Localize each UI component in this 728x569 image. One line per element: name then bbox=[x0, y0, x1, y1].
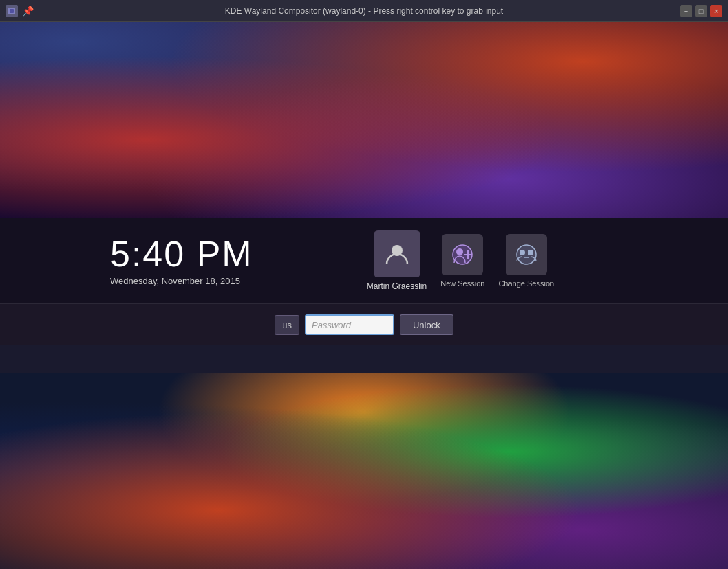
background-bottom bbox=[0, 373, 728, 569]
time-display: 5:40 PM bbox=[110, 236, 303, 272]
date-display: Wednesday, November 18, 2015 bbox=[110, 276, 303, 286]
background-top bbox=[0, 22, 728, 218]
svg-point-8 bbox=[520, 250, 525, 255]
titlebar: 📌 KDE Wayland Compositor (wayland-0) - P… bbox=[0, 0, 728, 22]
lock-upper: 5:40 PM Wednesday, November 18, 2015 Mar… bbox=[0, 218, 728, 304]
new-session-button[interactable] bbox=[442, 234, 483, 275]
new-session-wrapper: New Session bbox=[440, 234, 484, 288]
close-button[interactable]: × bbox=[710, 5, 722, 17]
svg-point-9 bbox=[528, 250, 533, 255]
svg-point-4 bbox=[456, 248, 463, 255]
window-title: KDE Wayland Compositor (wayland-0) - Pre… bbox=[225, 6, 503, 16]
lock-lower: us Unlock bbox=[0, 304, 728, 345]
lock-screen: 5:40 PM Wednesday, November 18, 2015 Mar… bbox=[0, 22, 728, 569]
unlock-button[interactable]: Unlock bbox=[400, 314, 453, 335]
change-session-label: Change Session bbox=[498, 279, 554, 288]
user-name-label: Martin Graesslin bbox=[367, 281, 427, 291]
username-badge: us bbox=[275, 315, 299, 335]
svg-point-7 bbox=[517, 245, 536, 264]
user-avatar[interactable] bbox=[374, 230, 420, 277]
change-session-button[interactable] bbox=[506, 234, 547, 275]
pin-icon[interactable]: 📌 bbox=[22, 6, 33, 17]
current-user-wrapper: Martin Graesslin bbox=[367, 230, 427, 291]
session-area: Martin Graesslin New Session bbox=[303, 230, 618, 291]
titlebar-left: 📌 bbox=[6, 5, 33, 17]
password-input[interactable] bbox=[305, 314, 394, 335]
change-session-wrapper: Change Session bbox=[498, 234, 554, 288]
svg-rect-1 bbox=[10, 9, 14, 13]
app-icon bbox=[6, 5, 18, 17]
time-area: 5:40 PM Wednesday, November 18, 2015 bbox=[110, 236, 303, 286]
window-controls: − □ × bbox=[680, 5, 722, 17]
maximize-button[interactable]: □ bbox=[695, 5, 707, 17]
new-session-label: New Session bbox=[440, 279, 484, 288]
lock-bar: 5:40 PM Wednesday, November 18, 2015 Mar… bbox=[0, 218, 728, 345]
minimize-button[interactable]: − bbox=[680, 5, 692, 17]
